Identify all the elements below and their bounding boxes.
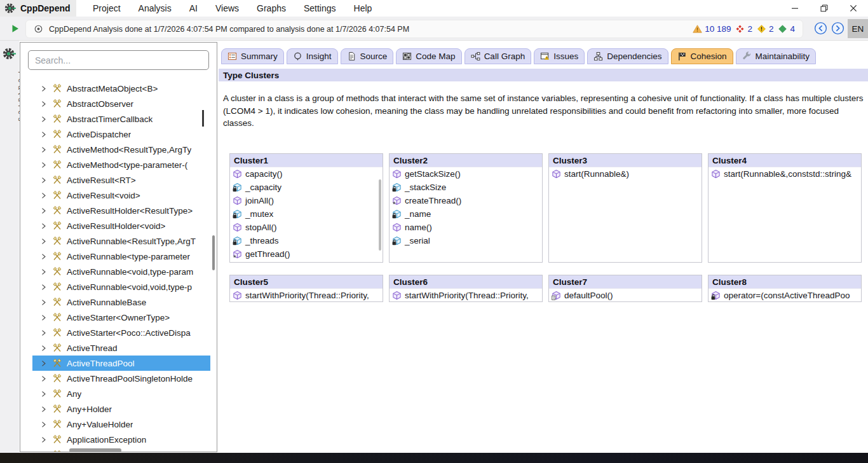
method-icon xyxy=(233,196,242,205)
tab-insight[interactable]: Insight xyxy=(287,48,338,64)
tab-dependencies[interactable]: Dependencies xyxy=(587,48,668,64)
menu-analysis[interactable]: Analysis xyxy=(130,0,180,17)
tab-label: Code Map xyxy=(416,52,455,61)
cluster-member[interactable]: _stackSize xyxy=(390,181,542,194)
tree-item[interactable]: AbstractTimerCallback xyxy=(32,111,210,127)
tree-item[interactable]: ActiveRunnable<void,type-param xyxy=(32,264,210,279)
cluster-member[interactable]: getStackSize() xyxy=(390,167,542,181)
tree-item[interactable]: ActiveThreadPoolSingletonHolde xyxy=(32,371,210,386)
tree-item-label: ActiveStarter<Poco::ActiveDispa xyxy=(67,328,191,338)
tree-item-label: Any+Holder xyxy=(67,404,112,414)
tree-item-label: Any xyxy=(67,389,81,399)
tree-item[interactable]: ActiveRunnable<type-parameter xyxy=(32,249,210,264)
chevron-right-icon xyxy=(39,359,48,368)
cluster-member[interactable]: name() xyxy=(390,221,542,234)
tree-item[interactable]: AbstractObserver xyxy=(32,96,210,111)
tree-item[interactable]: Any+Holder xyxy=(32,401,210,417)
tree-item[interactable]: ActiveResultHolder<ResultType> xyxy=(32,203,210,218)
menu-views[interactable]: Views xyxy=(207,0,248,17)
issue-count[interactable]: 10 189 xyxy=(693,24,731,34)
tab-cohesion[interactable]: Cohesion xyxy=(671,48,733,64)
cluster-member[interactable]: capacity() xyxy=(230,167,383,181)
tree-item[interactable]: ActiveStarter<OwnerType> xyxy=(32,310,210,325)
cluster-member[interactable]: start(Runnable&,conststd::string& xyxy=(709,167,861,181)
menu-graphs[interactable]: Graphs xyxy=(248,0,295,17)
cluster-member[interactable]: getThread() xyxy=(230,247,383,261)
cluster-member[interactable]: start(Runnable&) xyxy=(549,167,702,181)
cluster-member[interactable]: createThread() xyxy=(390,194,542,207)
issue-count-value: 2 xyxy=(769,24,774,34)
tab-code-map[interactable]: Code Map xyxy=(396,48,461,64)
tree-item[interactable] xyxy=(32,447,210,452)
tree-item[interactable]: ActiveStarter<Poco::ActiveDispa xyxy=(32,325,210,340)
issue-count[interactable]: 4 xyxy=(778,24,795,34)
menu-settings[interactable]: Settings xyxy=(295,0,345,17)
critical-violations-icon xyxy=(735,24,745,34)
tree-item[interactable]: AbstractMetaObject<B> xyxy=(32,81,210,96)
tree-item[interactable]: ActiveResultHolder<void> xyxy=(32,218,210,233)
tree-item[interactable]: Any xyxy=(32,386,210,401)
tree-item[interactable]: ActiveRunnable<void,void,type-p xyxy=(32,279,210,294)
search-input[interactable] xyxy=(28,50,209,70)
close-button[interactable] xyxy=(839,0,868,17)
tab-source[interactable]: Source xyxy=(341,48,394,64)
class-icon xyxy=(52,221,62,231)
tree-scroll-mark xyxy=(202,110,204,127)
tree-horizontal-scrollbar[interactable] xyxy=(69,448,121,452)
menu-help[interactable]: Help xyxy=(345,0,381,17)
tree-item[interactable]: ActiveMethod<type-parameter-( xyxy=(32,157,210,172)
tree-item[interactable]: ActiveThread xyxy=(32,340,210,356)
features-gear-icon[interactable] xyxy=(3,47,16,60)
tab-summary[interactable]: Summary xyxy=(221,48,284,64)
menu-project[interactable]: Project xyxy=(84,0,130,17)
run-analysis-button[interactable] xyxy=(11,24,20,33)
cluster-member[interactable]: operator=(constActiveThreadPoo xyxy=(709,289,861,302)
cluster-box: Cluster3start(Runnable&) xyxy=(548,153,702,263)
tree-item[interactable]: ActiveThreadPool xyxy=(32,356,210,371)
cohesion-icon xyxy=(677,52,687,61)
field-lock-icon xyxy=(233,236,242,245)
restore-button[interactable] xyxy=(810,0,839,17)
cluster-member[interactable]: joinAll() xyxy=(230,194,383,207)
tree-item[interactable]: ActiveRunnable<ResultType,ArgT xyxy=(32,233,210,249)
cluster-member[interactable]: _threads xyxy=(230,234,383,247)
method-lock-icon xyxy=(711,291,721,300)
issue-count[interactable]: 2 xyxy=(735,24,752,34)
cluster-member[interactable]: _serial xyxy=(390,234,542,247)
tree-item-label: AbstractObserver xyxy=(67,99,133,109)
chevron-right-icon xyxy=(39,298,48,307)
tree-item[interactable]: ActiveRunnableBase xyxy=(32,294,210,310)
class-icon xyxy=(52,160,62,170)
tab-label: Insight xyxy=(306,52,332,61)
method-icon xyxy=(392,169,402,179)
cluster-member[interactable]: defaultPool() xyxy=(549,289,702,302)
tab-call-graph[interactable]: Call Graph xyxy=(465,48,532,64)
tree-item[interactable]: ActiveResult<RT> xyxy=(32,172,210,188)
tree-vertical-scrollbar[interactable] xyxy=(212,235,215,270)
tab-issues[interactable]: Issues xyxy=(534,48,585,64)
minimize-button[interactable] xyxy=(780,0,810,17)
menu-ai[interactable]: AI xyxy=(180,0,207,17)
tab-bar: SummaryInsightSourceCode MapCall GraphIs… xyxy=(221,48,816,64)
cluster-member[interactable]: startWithPriority(Thread::Priority, xyxy=(390,289,542,302)
language-button[interactable]: EN xyxy=(848,19,868,38)
issue-count[interactable]: 2 xyxy=(757,24,774,34)
cluster-member[interactable]: _mutex xyxy=(230,207,383,221)
cluster-scrollbar[interactable] xyxy=(379,179,381,251)
cluster-member[interactable]: startWithPriority(Thread::Priority, xyxy=(230,289,383,302)
tree-item[interactable]: ActiveMethod<ResultType,ArgTy xyxy=(32,142,210,157)
nav-back-button[interactable] xyxy=(814,22,827,35)
cluster-member[interactable]: _capacity xyxy=(230,181,383,194)
class-icon xyxy=(52,266,62,277)
tab-maintainability[interactable]: Maintainability xyxy=(736,48,817,64)
tree-item[interactable]: Any+ValueHolder xyxy=(32,417,210,432)
chevron-right-icon xyxy=(39,375,48,383)
tree-item[interactable]: ActiveDispatcher xyxy=(32,127,210,142)
tree-item[interactable]: ApplicationException xyxy=(32,432,210,447)
tree-item[interactable]: ActiveResult<void> xyxy=(32,188,210,203)
cluster-member-label: defaultPool() xyxy=(564,291,613,300)
cluster-member[interactable]: _name xyxy=(390,207,542,221)
cluster-member[interactable]: stopAll() xyxy=(230,221,383,234)
nav-forward-button[interactable] xyxy=(831,22,844,35)
class-icon xyxy=(52,129,62,139)
